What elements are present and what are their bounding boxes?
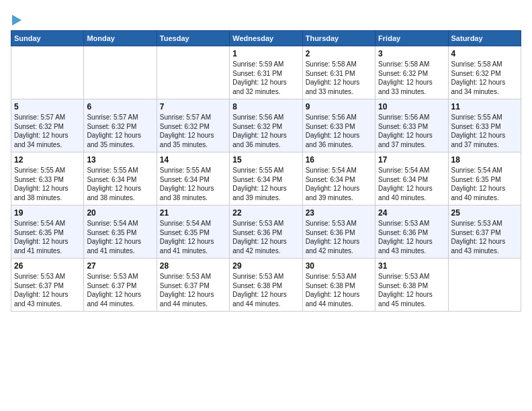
- calendar-cell: 7Sunrise: 5:57 AM Sunset: 6:32 PM Daylig…: [157, 99, 229, 152]
- day-info: Sunrise: 5:57 AM Sunset: 6:32 PM Dayligh…: [160, 113, 226, 149]
- calendar-cell: 26Sunrise: 5:53 AM Sunset: 6:37 PM Dayli…: [11, 259, 84, 312]
- calendar-cell: 18Sunrise: 5:54 AM Sunset: 6:35 PM Dayli…: [448, 152, 521, 205]
- day-info: Sunrise: 5:53 AM Sunset: 6:36 PM Dayligh…: [232, 219, 299, 255]
- day-number: 14: [160, 155, 226, 165]
- day-number: 30: [306, 261, 372, 271]
- calendar-week-row: 5Sunrise: 5:57 AM Sunset: 6:32 PM Daylig…: [11, 99, 521, 152]
- calendar-week-row: 19Sunrise: 5:54 AM Sunset: 6:35 PM Dayli…: [11, 205, 521, 259]
- calendar-cell: 24Sunrise: 5:53 AM Sunset: 6:36 PM Dayli…: [375, 205, 448, 259]
- calendar-cell: 14Sunrise: 5:55 AM Sunset: 6:34 PM Dayli…: [157, 152, 229, 205]
- calendar-cell: 22Sunrise: 5:53 AM Sunset: 6:36 PM Dayli…: [230, 205, 302, 259]
- day-number: 27: [87, 261, 153, 271]
- day-info: Sunrise: 5:55 AM Sunset: 6:34 PM Dayligh…: [232, 166, 299, 202]
- calendar-cell: 2Sunrise: 5:58 AM Sunset: 6:31 PM Daylig…: [302, 46, 375, 99]
- day-number: 24: [378, 208, 445, 218]
- day-info: Sunrise: 5:54 AM Sunset: 6:35 PM Dayligh…: [14, 219, 81, 255]
- day-number: 19: [14, 208, 81, 218]
- calendar-week-row: 12Sunrise: 5:55 AM Sunset: 6:33 PM Dayli…: [11, 152, 521, 205]
- day-info: Sunrise: 5:55 AM Sunset: 6:34 PM Dayligh…: [160, 166, 226, 202]
- day-number: 28: [160, 261, 226, 271]
- day-info: Sunrise: 5:54 AM Sunset: 6:34 PM Dayligh…: [306, 166, 372, 202]
- day-number: 15: [232, 155, 299, 165]
- calendar-cell: 9Sunrise: 5:56 AM Sunset: 6:33 PM Daylig…: [302, 99, 375, 152]
- day-info: Sunrise: 5:53 AM Sunset: 6:37 PM Dayligh…: [14, 272, 81, 308]
- logo: [11, 11, 21, 25]
- calendar-cell: 31Sunrise: 5:53 AM Sunset: 6:38 PM Dayli…: [375, 259, 448, 312]
- day-number: 20: [87, 208, 153, 218]
- day-number: 5: [14, 102, 81, 111]
- day-info: Sunrise: 5:55 AM Sunset: 6:33 PM Dayligh…: [451, 113, 518, 149]
- day-number: 11: [451, 102, 518, 111]
- calendar-cell: 16Sunrise: 5:54 AM Sunset: 6:34 PM Dayli…: [302, 152, 375, 205]
- day-info: Sunrise: 5:58 AM Sunset: 6:32 PM Dayligh…: [451, 60, 518, 96]
- calendar-cell: 3Sunrise: 5:58 AM Sunset: 6:32 PM Daylig…: [375, 46, 448, 99]
- weekday-header-row: SundayMondayTuesdayWednesdayThursdayFrid…: [11, 31, 521, 46]
- day-number: 9: [306, 102, 372, 111]
- calendar-cell: [448, 259, 521, 312]
- logo-bird-icon: [12, 15, 21, 26]
- day-info: Sunrise: 5:53 AM Sunset: 6:37 PM Dayligh…: [160, 272, 226, 308]
- weekday-header-friday: Friday: [375, 31, 448, 46]
- day-info: Sunrise: 5:58 AM Sunset: 6:31 PM Dayligh…: [306, 60, 372, 96]
- day-number: 1: [232, 49, 299, 58]
- day-info: Sunrise: 5:57 AM Sunset: 6:32 PM Dayligh…: [14, 113, 81, 149]
- day-number: 13: [87, 155, 153, 165]
- calendar-cell: 30Sunrise: 5:53 AM Sunset: 6:38 PM Dayli…: [302, 259, 375, 312]
- calendar-cell: 11Sunrise: 5:55 AM Sunset: 6:33 PM Dayli…: [448, 99, 521, 152]
- day-info: Sunrise: 5:53 AM Sunset: 6:37 PM Dayligh…: [87, 272, 153, 308]
- calendar-cell: 23Sunrise: 5:53 AM Sunset: 6:36 PM Dayli…: [302, 205, 375, 259]
- day-number: 21: [160, 208, 226, 218]
- svg-marker-0: [12, 15, 21, 26]
- day-number: 6: [87, 102, 153, 111]
- day-info: Sunrise: 5:53 AM Sunset: 6:38 PM Dayligh…: [378, 272, 445, 308]
- calendar-cell: 25Sunrise: 5:53 AM Sunset: 6:37 PM Dayli…: [448, 205, 521, 259]
- day-info: Sunrise: 5:54 AM Sunset: 6:35 PM Dayligh…: [87, 219, 153, 255]
- day-number: 3: [378, 49, 445, 58]
- day-number: 16: [306, 155, 372, 165]
- day-number: 17: [378, 155, 445, 165]
- day-info: Sunrise: 5:59 AM Sunset: 6:31 PM Dayligh…: [232, 60, 299, 96]
- day-info: Sunrise: 5:56 AM Sunset: 6:33 PM Dayligh…: [306, 113, 372, 149]
- day-info: Sunrise: 5:54 AM Sunset: 6:34 PM Dayligh…: [378, 166, 445, 202]
- day-number: 2: [306, 49, 372, 58]
- calendar-cell: 5Sunrise: 5:57 AM Sunset: 6:32 PM Daylig…: [11, 99, 84, 152]
- calendar-cell: 13Sunrise: 5:55 AM Sunset: 6:34 PM Dayli…: [84, 152, 157, 205]
- calendar-cell: 20Sunrise: 5:54 AM Sunset: 6:35 PM Dayli…: [84, 205, 157, 259]
- day-info: Sunrise: 5:56 AM Sunset: 6:33 PM Dayligh…: [378, 113, 445, 149]
- day-info: Sunrise: 5:53 AM Sunset: 6:38 PM Dayligh…: [306, 272, 372, 308]
- day-number: 18: [451, 155, 518, 165]
- weekday-header-monday: Monday: [84, 31, 157, 46]
- day-number: 22: [232, 208, 299, 218]
- day-info: Sunrise: 5:53 AM Sunset: 6:36 PM Dayligh…: [378, 219, 445, 255]
- day-info: Sunrise: 5:55 AM Sunset: 6:34 PM Dayligh…: [87, 166, 153, 202]
- day-info: Sunrise: 5:53 AM Sunset: 6:38 PM Dayligh…: [232, 272, 299, 308]
- day-info: Sunrise: 5:56 AM Sunset: 6:32 PM Dayligh…: [232, 113, 299, 149]
- calendar-cell: 12Sunrise: 5:55 AM Sunset: 6:33 PM Dayli…: [11, 152, 84, 205]
- day-info: Sunrise: 5:53 AM Sunset: 6:36 PM Dayligh…: [306, 219, 372, 255]
- calendar-cell: 17Sunrise: 5:54 AM Sunset: 6:34 PM Dayli…: [375, 152, 448, 205]
- day-info: Sunrise: 5:54 AM Sunset: 6:35 PM Dayligh…: [160, 219, 226, 255]
- calendar-cell: 28Sunrise: 5:53 AM Sunset: 6:37 PM Dayli…: [157, 259, 229, 312]
- calendar-cell: [11, 46, 84, 99]
- calendar-cell: 15Sunrise: 5:55 AM Sunset: 6:34 PM Dayli…: [230, 152, 302, 205]
- day-info: Sunrise: 5:54 AM Sunset: 6:35 PM Dayligh…: [451, 166, 518, 202]
- calendar-week-row: 1Sunrise: 5:59 AM Sunset: 6:31 PM Daylig…: [11, 46, 521, 99]
- day-info: Sunrise: 5:55 AM Sunset: 6:33 PM Dayligh…: [14, 166, 81, 202]
- calendar-week-row: 26Sunrise: 5:53 AM Sunset: 6:37 PM Dayli…: [11, 259, 521, 312]
- day-info: Sunrise: 5:53 AM Sunset: 6:37 PM Dayligh…: [451, 219, 518, 255]
- weekday-header-thursday: Thursday: [302, 31, 375, 46]
- calendar-cell: 10Sunrise: 5:56 AM Sunset: 6:33 PM Dayli…: [375, 99, 448, 152]
- weekday-header-wednesday: Wednesday: [230, 31, 302, 46]
- day-number: 25: [451, 208, 518, 218]
- page-header: [11, 11, 521, 25]
- calendar-table: SundayMondayTuesdayWednesdayThursdayFrid…: [11, 30, 521, 312]
- day-number: 8: [232, 102, 299, 111]
- calendar-cell: [84, 46, 157, 99]
- weekday-header-sunday: Sunday: [11, 31, 84, 46]
- calendar-cell: 19Sunrise: 5:54 AM Sunset: 6:35 PM Dayli…: [11, 205, 84, 259]
- weekday-header-saturday: Saturday: [448, 31, 521, 46]
- day-info: Sunrise: 5:57 AM Sunset: 6:32 PM Dayligh…: [87, 113, 153, 149]
- day-number: 31: [378, 261, 445, 271]
- day-number: 29: [232, 261, 299, 271]
- calendar-cell: 21Sunrise: 5:54 AM Sunset: 6:35 PM Dayli…: [157, 205, 229, 259]
